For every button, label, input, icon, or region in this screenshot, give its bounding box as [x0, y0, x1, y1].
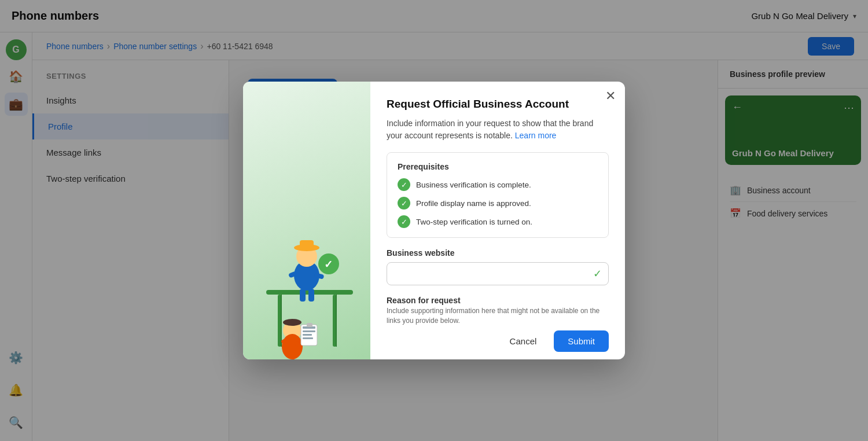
prereq-check-2: ✓	[398, 197, 410, 210]
modal-title: Request Official Business Account	[387, 98, 609, 111]
learn-more-link[interactable]: Learn more	[515, 131, 557, 140]
prereq-item-1: ✓ Business verification is complete.	[398, 178, 598, 191]
modal-illustration: ✓	[243, 82, 370, 359]
prereq-text-2: Profile display name is approved.	[416, 199, 531, 208]
svg-point-19	[283, 319, 301, 326]
website-input-wrap: ✓	[387, 262, 609, 285]
website-input[interactable]	[387, 262, 609, 285]
reason-label: Reason for request	[387, 296, 609, 305]
website-field-label: Business website	[387, 248, 609, 258]
website-check-icon: ✓	[593, 267, 602, 280]
modal-dialog: ✓ ✕ Request Official Business	[243, 82, 625, 359]
prereq-check-3: ✓	[398, 215, 410, 228]
submit-button[interactable]: Submit	[554, 330, 609, 352]
prerequisites-box: Prerequisites ✓ Business verification is…	[387, 152, 609, 238]
reason-sublabel: Include supporting information here that…	[387, 306, 609, 326]
prereq-text-1: Business verification is complete.	[416, 181, 531, 189]
svg-rect-12	[308, 289, 314, 302]
close-icon[interactable]: ✕	[605, 90, 616, 102]
modal-content: ✕ Request Official Business Account Incl…	[370, 82, 625, 359]
svg-rect-8	[300, 240, 314, 248]
prerequisites-title: Prerequisites	[398, 162, 598, 171]
modal-overlay[interactable]: ✓ ✕ Request Official Business	[0, 0, 868, 441]
svg-rect-23	[303, 334, 312, 336]
modal-description: Include information in your request to s…	[387, 117, 609, 142]
svg-text:✓: ✓	[324, 259, 333, 270]
prereq-item-3: ✓ Two-step verification is turned on.	[398, 215, 598, 228]
prereq-text-3: Two-step verification is turned on.	[416, 218, 532, 226]
cancel-button[interactable]: Cancel	[498, 330, 549, 352]
svg-rect-22	[303, 330, 315, 332]
svg-rect-24	[303, 337, 313, 339]
prereq-item-2: ✓ Profile display name is approved.	[398, 197, 598, 210]
svg-rect-25	[307, 323, 312, 327]
modal-actions: Cancel Submit	[387, 330, 609, 352]
prereq-check-1: ✓	[398, 178, 410, 191]
svg-rect-11	[300, 289, 306, 302]
